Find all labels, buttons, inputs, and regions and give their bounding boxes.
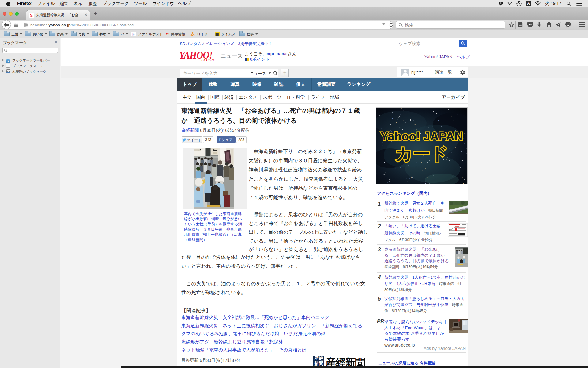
svg-text:Yahoo! JAPAN: Yahoo! JAPAN [380,130,463,143]
svg-text:カード: カード [395,144,448,163]
